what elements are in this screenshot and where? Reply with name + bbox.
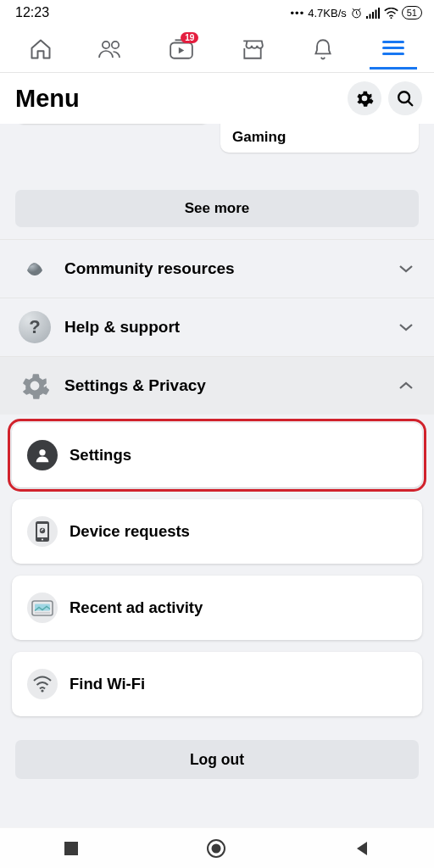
nav-home-icon[interactable] <box>206 838 226 859</box>
gear-icon <box>355 89 374 108</box>
device-label: Device requests <box>70 522 190 541</box>
search-icon <box>396 89 415 108</box>
svg-rect-5 <box>378 8 380 19</box>
page-title: Menu <box>15 85 80 113</box>
watch-badge: 19 <box>181 32 198 43</box>
svg-point-6 <box>390 17 392 19</box>
wifi-icon <box>27 669 58 699</box>
svg-rect-18 <box>35 612 50 613</box>
logout-label: Log out <box>190 751 244 769</box>
community-label: Community resources <box>64 259 385 278</box>
friends-icon <box>98 38 124 60</box>
dots-icon: ••• <box>291 7 305 19</box>
tab-watch[interactable]: 19 <box>158 29 205 70</box>
ad-activity-label: Recent ad activity <box>70 598 203 617</box>
logout-button[interactable]: Log out <box>15 740 419 779</box>
header-settings-button[interactable] <box>348 81 381 115</box>
tab-friends[interactable] <box>87 29 135 70</box>
wifi-icon <box>384 8 398 19</box>
top-tabs: 19 <box>0 25 434 73</box>
svg-rect-20 <box>64 842 78 855</box>
settings-privacy-sublist: Settings Device requests Recent ad activ… <box>0 415 434 732</box>
row-community-resources[interactable]: Community resources <box>0 240 434 298</box>
status-net: 4.7KB/s <box>308 7 347 19</box>
tab-menu[interactable] <box>370 29 417 70</box>
home-icon <box>29 37 53 61</box>
svg-point-14 <box>42 538 43 540</box>
menu-content: Gaming See more Community resources ? He… <box>0 124 434 827</box>
chevron-down-icon <box>398 264 414 274</box>
device-icon <box>27 516 58 547</box>
help-label: Help & support <box>64 318 385 337</box>
nav-recent-icon[interactable] <box>64 841 79 856</box>
svg-rect-2 <box>369 14 370 19</box>
shortcut-gaming-label: Gaming <box>232 129 286 145</box>
svg-rect-4 <box>375 9 376 19</box>
community-icon <box>19 253 51 285</box>
status-time: 12:23 <box>15 5 49 20</box>
menu-icon <box>382 37 404 58</box>
svg-point-22 <box>212 843 221 853</box>
chevron-up-icon <box>398 381 414 391</box>
bell-icon <box>312 37 334 61</box>
row-settings-privacy[interactable]: Settings & Privacy <box>0 357 434 415</box>
alarm-icon <box>350 7 363 19</box>
tab-marketplace[interactable] <box>229 29 276 70</box>
marketplace-icon <box>241 38 264 60</box>
chevron-down-icon <box>398 322 414 332</box>
help-icon: ? <box>19 311 51 343</box>
svg-rect-1 <box>366 16 368 19</box>
nav-back-icon[interactable] <box>353 840 370 857</box>
subitem-device-requests[interactable]: Device requests <box>12 499 422 564</box>
ad-activity-icon <box>27 593 58 623</box>
settings-label: Settings <box>70 446 131 465</box>
wifi-label: Find Wi-Fi <box>70 675 145 693</box>
status-battery: 51 <box>402 6 422 19</box>
menu-header: Menu <box>0 73 434 124</box>
see-more-button[interactable]: See more <box>15 190 419 227</box>
svg-point-8 <box>112 41 119 47</box>
tab-home[interactable] <box>17 29 64 70</box>
signal-icon <box>366 8 381 19</box>
svg-point-7 <box>103 41 109 47</box>
status-bar: 12:23 ••• 4.7KB/s 51 <box>0 0 434 25</box>
svg-point-11 <box>39 449 45 455</box>
settings-person-icon <box>27 440 58 470</box>
status-right: ••• 4.7KB/s 51 <box>291 6 422 19</box>
subitem-settings[interactable]: Settings <box>12 423 422 487</box>
shortcut-gaming[interactable]: Gaming <box>220 124 419 153</box>
svg-rect-3 <box>372 12 374 19</box>
settings-privacy-label: Settings & Privacy <box>64 376 385 395</box>
subitem-recent-ad[interactable]: Recent ad activity <box>12 576 422 640</box>
header-search-button[interactable] <box>388 81 422 115</box>
row-help-support[interactable]: ? Help & support <box>0 298 434 356</box>
settings-privacy-icon <box>19 370 51 402</box>
android-navbar <box>0 827 434 868</box>
svg-point-19 <box>41 689 43 692</box>
tab-notifications[interactable] <box>299 29 347 70</box>
subitem-find-wifi[interactable]: Find Wi-Fi <box>12 652 422 716</box>
see-more-label: See more <box>185 200 250 217</box>
